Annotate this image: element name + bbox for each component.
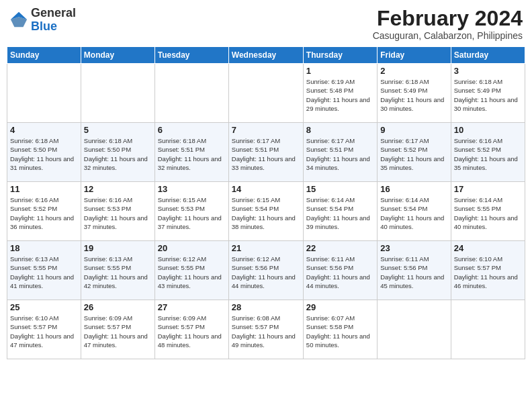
calendar-week-row: 18Sunrise: 6:13 AM Sunset: 5:55 PM Dayli…: [7, 241, 525, 300]
weekday-header-saturday: Saturday: [451, 47, 525, 64]
day-info: Sunrise: 6:09 AM Sunset: 5:57 PM Dayligh…: [84, 314, 152, 349]
calendar-cell: 13Sunrise: 6:15 AM Sunset: 5:53 PM Dayli…: [154, 182, 228, 241]
logo-blue-text: Blue: [31, 19, 57, 33]
day-number: 9: [380, 125, 447, 135]
day-number: 19: [84, 243, 152, 253]
day-info: Sunrise: 6:12 AM Sunset: 5:55 PM Dayligh…: [158, 255, 226, 290]
day-number: 11: [10, 184, 78, 194]
weekday-header-thursday: Thursday: [303, 47, 377, 64]
location-subtitle: Casuguran, Calabarzon, Philippines: [373, 30, 523, 41]
day-number: 23: [380, 243, 447, 253]
calendar-cell: 7Sunrise: 6:17 AM Sunset: 5:51 PM Daylig…: [228, 123, 303, 182]
day-number: 5: [84, 125, 152, 135]
calendar-cell: 24Sunrise: 6:10 AM Sunset: 5:57 PM Dayli…: [451, 241, 525, 300]
calendar-cell: 16Sunrise: 6:14 AM Sunset: 5:54 PM Dayli…: [378, 182, 451, 241]
day-number: 22: [306, 243, 374, 253]
calendar-cell: [228, 64, 303, 123]
day-info: Sunrise: 6:18 AM Sunset: 5:50 PM Dayligh…: [10, 136, 78, 172]
day-info: Sunrise: 6:14 AM Sunset: 5:54 PM Dayligh…: [306, 195, 374, 231]
day-info: Sunrise: 6:09 AM Sunset: 5:57 PM Dayligh…: [158, 314, 226, 349]
calendar-cell: 14Sunrise: 6:15 AM Sunset: 5:54 PM Dayli…: [228, 182, 303, 241]
calendar-week-row: 1Sunrise: 6:19 AM Sunset: 5:48 PM Daylig…: [7, 64, 525, 123]
day-info: Sunrise: 6:15 AM Sunset: 5:53 PM Dayligh…: [158, 195, 226, 231]
calendar-cell: 29Sunrise: 6:07 AM Sunset: 5:58 PM Dayli…: [303, 300, 377, 359]
weekday-header-monday: Monday: [81, 47, 154, 64]
day-number: 6: [158, 125, 226, 135]
day-info: Sunrise: 6:11 AM Sunset: 5:56 PM Dayligh…: [380, 255, 447, 290]
day-number: 20: [158, 243, 226, 253]
day-number: 14: [232, 184, 300, 194]
day-info: Sunrise: 6:08 AM Sunset: 5:57 PM Dayligh…: [232, 314, 300, 349]
calendar-cell: 9Sunrise: 6:17 AM Sunset: 5:52 PM Daylig…: [378, 123, 451, 182]
day-info: Sunrise: 6:10 AM Sunset: 5:57 PM Dayligh…: [454, 255, 522, 290]
day-info: Sunrise: 6:13 AM Sunset: 5:55 PM Dayligh…: [10, 255, 78, 290]
day-number: 27: [158, 302, 226, 312]
calendar-cell: 22Sunrise: 6:11 AM Sunset: 5:56 PM Dayli…: [303, 241, 377, 300]
day-number: 8: [306, 125, 374, 135]
weekday-header-tuesday: Tuesday: [154, 47, 228, 64]
day-info: Sunrise: 6:14 AM Sunset: 5:54 PM Dayligh…: [380, 195, 447, 231]
weekday-row: SundayMondayTuesdayWednesdayThursdayFrid…: [7, 47, 525, 64]
day-number: 10: [454, 125, 522, 135]
calendar-cell: 10Sunrise: 6:16 AM Sunset: 5:52 PM Dayli…: [451, 123, 525, 182]
day-info: Sunrise: 6:18 AM Sunset: 5:51 PM Dayligh…: [158, 136, 226, 172]
calendar-cell: 27Sunrise: 6:09 AM Sunset: 5:57 PM Dayli…: [154, 300, 228, 359]
calendar-cell: [81, 64, 154, 123]
page-header: General Blue February 2024 Casuguran, Ca…: [7, 7, 525, 41]
calendar-cell: 11Sunrise: 6:16 AM Sunset: 5:52 PM Dayli…: [7, 182, 81, 241]
day-number: 28: [232, 302, 300, 312]
weekday-header-friday: Friday: [378, 47, 451, 64]
day-number: 7: [232, 125, 300, 135]
calendar-cell: 25Sunrise: 6:10 AM Sunset: 5:57 PM Dayli…: [7, 300, 81, 359]
logo-general-text: General: [31, 6, 76, 19]
day-number: 13: [158, 184, 226, 194]
day-info: Sunrise: 6:10 AM Sunset: 5:57 PM Dayligh…: [10, 314, 78, 349]
day-info: Sunrise: 6:17 AM Sunset: 5:51 PM Dayligh…: [232, 136, 300, 172]
calendar-cell: 12Sunrise: 6:16 AM Sunset: 5:53 PM Dayli…: [81, 182, 154, 241]
calendar-body: 1Sunrise: 6:19 AM Sunset: 5:48 PM Daylig…: [7, 64, 525, 359]
calendar-cell: [451, 300, 525, 359]
calendar-cell: [7, 64, 81, 123]
calendar-week-row: 25Sunrise: 6:10 AM Sunset: 5:57 PM Dayli…: [7, 300, 525, 359]
day-info: Sunrise: 6:16 AM Sunset: 5:52 PM Dayligh…: [454, 136, 522, 172]
day-number: 29: [306, 302, 374, 312]
logo-icon: [9, 11, 28, 30]
day-number: 4: [10, 125, 78, 135]
day-number: 18: [10, 243, 78, 253]
calendar-cell: 3Sunrise: 6:18 AM Sunset: 5:49 PM Daylig…: [451, 64, 525, 123]
calendar-cell: 28Sunrise: 6:08 AM Sunset: 5:57 PM Dayli…: [228, 300, 303, 359]
calendar-cell: 1Sunrise: 6:19 AM Sunset: 5:48 PM Daylig…: [303, 64, 377, 123]
day-info: Sunrise: 6:19 AM Sunset: 5:48 PM Dayligh…: [306, 77, 374, 113]
calendar-cell: 2Sunrise: 6:18 AM Sunset: 5:49 PM Daylig…: [378, 64, 451, 123]
day-number: 26: [84, 302, 152, 312]
day-info: Sunrise: 6:07 AM Sunset: 5:58 PM Dayligh…: [306, 314, 374, 349]
day-info: Sunrise: 6:16 AM Sunset: 5:53 PM Dayligh…: [84, 195, 152, 231]
calendar-cell: 8Sunrise: 6:17 AM Sunset: 5:51 PM Daylig…: [303, 123, 377, 182]
day-number: 17: [454, 184, 522, 194]
calendar-cell: 26Sunrise: 6:09 AM Sunset: 5:57 PM Dayli…: [81, 300, 154, 359]
weekday-header-sunday: Sunday: [7, 47, 81, 64]
day-info: Sunrise: 6:12 AM Sunset: 5:56 PM Dayligh…: [232, 255, 300, 290]
weekday-header-wednesday: Wednesday: [228, 47, 303, 64]
calendar-table: SundayMondayTuesdayWednesdayThursdayFrid…: [7, 46, 525, 359]
calendar-cell: [154, 64, 228, 123]
day-number: 16: [380, 184, 447, 194]
calendar-cell: 6Sunrise: 6:18 AM Sunset: 5:51 PM Daylig…: [154, 123, 228, 182]
day-info: Sunrise: 6:11 AM Sunset: 5:56 PM Dayligh…: [306, 255, 374, 290]
day-number: 1: [306, 66, 374, 76]
calendar-cell: 21Sunrise: 6:12 AM Sunset: 5:56 PM Dayli…: [228, 241, 303, 300]
calendar-cell: 4Sunrise: 6:18 AM Sunset: 5:50 PM Daylig…: [7, 123, 81, 182]
day-number: 2: [380, 66, 447, 76]
calendar-cell: 17Sunrise: 6:14 AM Sunset: 5:55 PM Dayli…: [451, 182, 525, 241]
calendar-cell: 23Sunrise: 6:11 AM Sunset: 5:56 PM Dayli…: [378, 241, 451, 300]
calendar-header: SundayMondayTuesdayWednesdayThursdayFrid…: [7, 47, 525, 64]
day-number: 25: [10, 302, 78, 312]
logo: General Blue: [9, 7, 76, 34]
calendar-cell: [378, 300, 451, 359]
calendar-week-row: 11Sunrise: 6:16 AM Sunset: 5:52 PM Dayli…: [7, 182, 525, 241]
day-number: 21: [232, 243, 300, 253]
day-info: Sunrise: 6:18 AM Sunset: 5:50 PM Dayligh…: [84, 136, 152, 172]
day-number: 3: [454, 66, 522, 76]
calendar-cell: 15Sunrise: 6:14 AM Sunset: 5:54 PM Dayli…: [303, 182, 377, 241]
day-info: Sunrise: 6:18 AM Sunset: 5:49 PM Dayligh…: [454, 77, 522, 113]
